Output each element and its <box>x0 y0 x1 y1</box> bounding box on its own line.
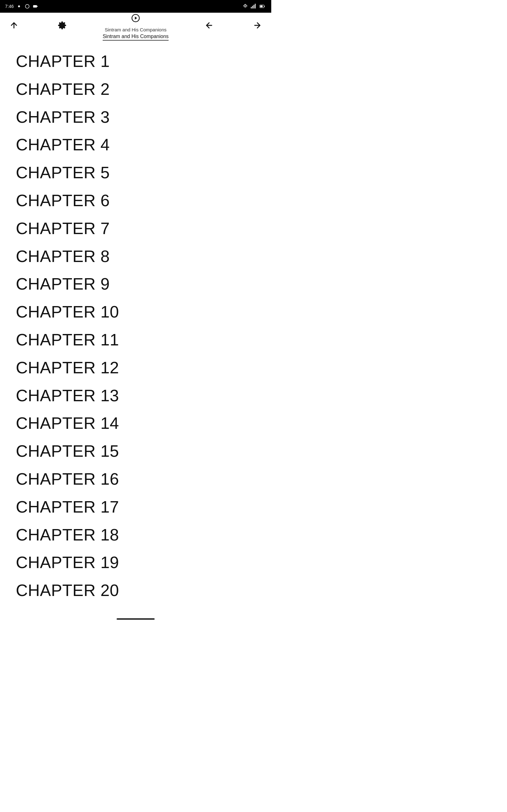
chapter-item-1[interactable]: CHAPTER 1 <box>16 48 271 75</box>
chapter-item-6[interactable]: CHAPTER 6 <box>16 187 271 215</box>
play-button[interactable] <box>128 10 143 26</box>
chapter-item-9[interactable]: CHAPTER 9 <box>16 270 271 298</box>
chapter-item-19[interactable]: CHAPTER 19 <box>16 549 271 577</box>
chapter-item-15[interactable]: CHAPTER 15 <box>16 438 271 465</box>
notification-icon <box>16 3 22 9</box>
chapter-item-10[interactable]: CHAPTER 10 <box>16 298 271 326</box>
chapter-item-11[interactable]: CHAPTER 11 <box>16 326 271 354</box>
battery-icon <box>259 3 266 9</box>
svg-marker-13 <box>135 16 137 19</box>
circle-status-icon <box>24 3 30 9</box>
book-title: Sintram and His Companions <box>103 34 169 41</box>
nav-bar: Sintram and His Companions Sintram and H… <box>0 13 271 38</box>
signal-icon <box>250 3 257 9</box>
chapter-item-3[interactable]: CHAPTER 3 <box>16 103 271 131</box>
chapter-item-12[interactable]: CHAPTER 12 <box>16 354 271 382</box>
back-arrow-icon <box>205 21 214 30</box>
time-display: 7:46 <box>5 4 14 9</box>
forward-arrow-icon <box>253 21 262 30</box>
chapter-item-13[interactable]: CHAPTER 13 <box>16 382 271 410</box>
home-indicator <box>117 618 155 620</box>
svg-rect-3 <box>37 6 38 7</box>
svg-point-1 <box>25 4 29 8</box>
chapter-item-16[interactable]: CHAPTER 16 <box>16 465 271 493</box>
title-area: Sintram and His Companions Sintram and H… <box>103 10 169 41</box>
back-button[interactable] <box>202 18 217 33</box>
svg-rect-4 <box>251 7 252 9</box>
svg-rect-7 <box>255 4 256 9</box>
status-left: 7:46 <box>5 3 38 9</box>
svg-point-0 <box>18 5 20 7</box>
wifi-icon <box>242 3 248 9</box>
svg-rect-10 <box>260 5 263 7</box>
svg-rect-9 <box>264 6 265 7</box>
up-arrow-icon <box>9 21 18 30</box>
chapter-item-17[interactable]: CHAPTER 17 <box>16 493 271 521</box>
chapter-item-20[interactable]: CHAPTER 20 <box>16 577 271 605</box>
book-subtitle: Sintram and His Companions <box>105 27 166 32</box>
chapter-item-14[interactable]: CHAPTER 14 <box>16 409 271 438</box>
battery-status-icon <box>33 3 38 9</box>
svg-rect-5 <box>252 6 253 8</box>
chapter-list: CHAPTER 1CHAPTER 2CHAPTER 3CHAPTER 4CHAP… <box>0 38 271 614</box>
chapter-item-8[interactable]: CHAPTER 8 <box>16 243 271 270</box>
forward-button[interactable] <box>250 18 265 33</box>
up-button[interactable] <box>6 18 21 33</box>
chapter-item-18[interactable]: CHAPTER 18 <box>16 521 271 549</box>
bottom-bar <box>0 614 271 627</box>
chapter-item-4[interactable]: CHAPTER 4 <box>16 131 271 159</box>
play-circle-icon <box>131 14 140 22</box>
chapter-item-5[interactable]: CHAPTER 5 <box>16 159 271 187</box>
svg-rect-2 <box>33 5 37 8</box>
gear-icon <box>58 21 66 30</box>
chapter-item-2[interactable]: CHAPTER 2 <box>16 75 271 103</box>
settings-button[interactable] <box>55 18 70 33</box>
status-right <box>242 3 266 9</box>
svg-rect-6 <box>253 5 255 9</box>
chapter-item-7[interactable]: CHAPTER 7 <box>16 215 271 243</box>
